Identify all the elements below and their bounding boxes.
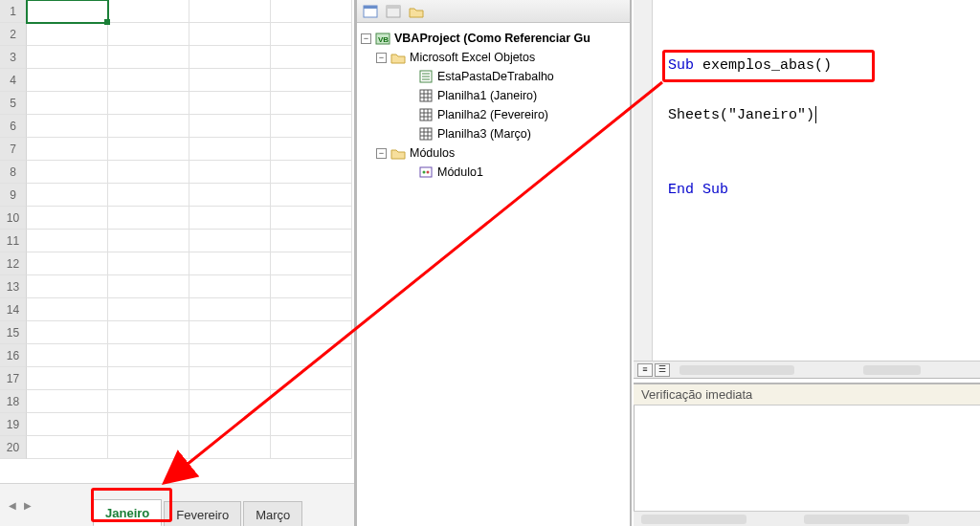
cell[interactable] xyxy=(271,46,352,69)
row-header[interactable]: 4 xyxy=(0,69,27,92)
row-header[interactable]: 15 xyxy=(0,321,27,344)
cell[interactable] xyxy=(27,344,108,367)
collapse-icon[interactable]: − xyxy=(376,148,387,159)
cell[interactable] xyxy=(271,413,352,436)
cell[interactable] xyxy=(27,436,108,459)
row-header[interactable]: 11 xyxy=(0,230,27,252)
cell[interactable] xyxy=(189,413,271,436)
cell[interactable] xyxy=(108,252,189,275)
cell[interactable] xyxy=(108,298,189,321)
cell[interactable] xyxy=(108,436,189,459)
full-module-view-icon[interactable]: ☰ xyxy=(655,363,670,377)
cell[interactable] xyxy=(27,367,108,390)
cell[interactable] xyxy=(271,0,352,23)
row-header[interactable]: 13 xyxy=(0,275,27,298)
cell[interactable] xyxy=(108,69,189,92)
cell[interactable] xyxy=(27,298,108,321)
row-header[interactable]: 2 xyxy=(0,23,27,46)
cell[interactable] xyxy=(189,23,271,46)
cell[interactable] xyxy=(271,115,352,138)
code-editor[interactable]: Sub exemplos_abas() Sheets("Janeiro") En… xyxy=(634,0,980,379)
cell[interactable] xyxy=(271,92,352,115)
cell[interactable] xyxy=(108,23,189,46)
horizontal-scrollbar[interactable] xyxy=(679,365,794,375)
cell[interactable] xyxy=(27,207,108,230)
cell-grid[interactable]: 1 2 3 4 5 6 7 8 9 10 11 12 13 14 15 16 1… xyxy=(0,0,354,483)
cell[interactable] xyxy=(108,390,189,413)
cell[interactable] xyxy=(27,321,108,344)
cell[interactable] xyxy=(108,161,189,184)
cell[interactable] xyxy=(271,161,352,184)
cell[interactable] xyxy=(27,138,108,161)
cell[interactable] xyxy=(108,413,189,436)
row-header[interactable]: 10 xyxy=(0,207,27,230)
cell[interactable] xyxy=(108,184,189,207)
cell[interactable] xyxy=(27,413,108,436)
cell[interactable] xyxy=(27,115,108,138)
collapse-icon[interactable]: − xyxy=(376,53,387,63)
horizontal-scrollbar[interactable] xyxy=(863,365,921,375)
tree-item-sheet2[interactable]: Planilha2 (Fevereiro) xyxy=(361,105,626,124)
cell[interactable] xyxy=(189,115,271,138)
row-header[interactable]: 7 xyxy=(0,138,27,161)
cell[interactable] xyxy=(271,23,352,46)
cell[interactable] xyxy=(271,184,352,207)
cell[interactable] xyxy=(108,275,189,298)
row-header[interactable]: 5 xyxy=(0,92,27,115)
cell[interactable] xyxy=(27,390,108,413)
cell[interactable] xyxy=(27,184,108,207)
horizontal-scrollbar[interactable] xyxy=(804,515,909,524)
tree-item-sheet1[interactable]: Planilha1 (Janeiro) xyxy=(361,86,626,105)
row-header[interactable]: 17 xyxy=(0,367,27,390)
procedure-view-icon[interactable]: ≡ xyxy=(637,363,653,377)
cell[interactable] xyxy=(189,367,271,390)
cell[interactable] xyxy=(189,390,271,413)
cell[interactable] xyxy=(189,344,271,367)
toggle-folders-icon[interactable] xyxy=(407,3,426,20)
cell[interactable] xyxy=(271,344,352,367)
row-header[interactable]: 3 xyxy=(0,46,27,69)
cell[interactable] xyxy=(27,230,108,252)
cell[interactable] xyxy=(189,207,271,230)
cell[interactable] xyxy=(271,230,352,252)
tree-item-module1[interactable]: Módulo1 xyxy=(361,163,626,182)
cell[interactable] xyxy=(189,230,271,252)
cell[interactable] xyxy=(108,138,189,161)
cell[interactable] xyxy=(189,138,271,161)
row-header[interactable]: 6 xyxy=(0,115,27,138)
tree-item-workbook[interactable]: EstaPastaDeTrabalho xyxy=(361,67,626,86)
cell[interactable] xyxy=(271,390,352,413)
cell[interactable] xyxy=(108,344,189,367)
cell[interactable] xyxy=(108,367,189,390)
cell[interactable] xyxy=(271,436,352,459)
cell[interactable] xyxy=(271,298,352,321)
row-header[interactable]: 20 xyxy=(0,436,27,459)
cell[interactable] xyxy=(189,321,271,344)
row-header[interactable]: 9 xyxy=(0,184,27,207)
tree-folder-objects[interactable]: − Microsoft Excel Objetos xyxy=(361,48,626,67)
cell-A1[interactable] xyxy=(27,0,108,23)
horizontal-scrollbar[interactable] xyxy=(641,515,746,524)
cell[interactable] xyxy=(27,46,108,69)
cell[interactable] xyxy=(108,115,189,138)
project-tree[interactable]: − VB VBAProject (Como Referenciar Gu − M… xyxy=(357,23,630,187)
cell[interactable] xyxy=(271,69,352,92)
row-header[interactable]: 12 xyxy=(0,252,27,275)
cell[interactable] xyxy=(108,46,189,69)
tree-project-root[interactable]: − VB VBAProject (Como Referenciar Gu xyxy=(361,29,626,48)
row-header[interactable]: 8 xyxy=(0,161,27,184)
sheet-tab-marco[interactable]: Março xyxy=(243,501,302,526)
cell[interactable] xyxy=(108,92,189,115)
view-code-icon[interactable] xyxy=(361,3,380,20)
immediate-window[interactable] xyxy=(634,405,980,511)
row-header[interactable]: 16 xyxy=(0,344,27,367)
sheet-tab-fevereiro[interactable]: Fevereiro xyxy=(164,501,241,526)
cell[interactable] xyxy=(189,161,271,184)
cell[interactable] xyxy=(271,275,352,298)
cell[interactable] xyxy=(189,298,271,321)
tab-scroll-next-icon[interactable]: ▶ xyxy=(21,496,34,514)
row-header[interactable]: 1 xyxy=(0,0,27,23)
cell[interactable] xyxy=(271,207,352,230)
cell[interactable] xyxy=(189,436,271,459)
cell[interactable] xyxy=(189,92,271,115)
